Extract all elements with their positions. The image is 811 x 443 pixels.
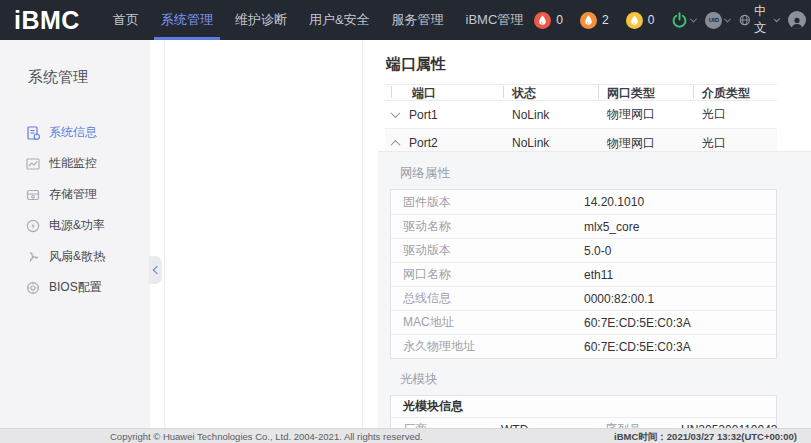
header-right-tools: 0 2 0 UID — [534, 3, 811, 37]
power-control[interactable] — [671, 12, 696, 29]
copyright-text: Copyright © Huawei Technologies Co., Ltd… — [110, 431, 423, 442]
port-media-type: 光口 — [693, 135, 777, 152]
minor-alarm-icon — [626, 12, 643, 29]
kv-label: 驱动名称 — [391, 218, 584, 235]
column-header-status: 状态 — [503, 85, 598, 102]
minor-alarm-count: 0 — [648, 13, 655, 27]
nav-service-management[interactable]: 服务管理 — [381, 0, 455, 40]
sidebar-item-label: 系统信息 — [49, 124, 97, 141]
power-circle-icon — [26, 219, 40, 233]
major-alarm-count: 2 — [602, 13, 609, 27]
network-properties-title: 网络属性 — [400, 165, 811, 182]
power-icon — [671, 12, 688, 29]
language-selector[interactable]: 中文 — [739, 3, 779, 37]
kv-label: 固件版本 — [391, 194, 584, 211]
critical-alarm-icon — [534, 12, 551, 29]
chevron-left-icon — [152, 266, 160, 274]
nav-home[interactable]: 首页 — [102, 0, 150, 40]
uid-control[interactable]: UID — [705, 12, 730, 29]
table-row-port1[interactable]: Port1 NoLink 物理网口 光口 — [385, 101, 777, 129]
kv-value: 60:7E:CD:5E:C0:3A — [584, 316, 776, 330]
alarm-major[interactable]: 2 — [580, 12, 609, 29]
sidebar-item-bios-config[interactable]: BIOS配置 — [0, 272, 150, 303]
ibmc-logo: iBMC — [14, 0, 80, 40]
chevron-down-icon[interactable] — [391, 108, 401, 118]
chevron-up-icon[interactable] — [391, 139, 401, 149]
gear-icon — [26, 281, 40, 295]
globe-icon — [739, 12, 751, 28]
kv-label: 驱动版本 — [391, 242, 584, 259]
user-menu[interactable] — [788, 11, 806, 29]
ibmc-time-label: iBMC时间： — [614, 431, 667, 442]
sidebar-item-label: 风扇&散热 — [49, 248, 105, 265]
table-row: 驱动名称 mlx5_core — [391, 214, 776, 238]
top-header: iBMC 首页 系统管理 维护诊断 用户&安全 服务管理 iBMC管理 0 2 — [0, 0, 811, 40]
chevron-down-icon — [724, 15, 731, 22]
kv-label: 永久物理地址 — [391, 338, 584, 355]
sidebar-item-storage-management[interactable]: 存储管理 — [0, 179, 150, 210]
serial-label: 序列号 — [593, 421, 681, 428]
chevron-down-icon — [690, 15, 697, 22]
language-label: 中文 — [754, 3, 772, 37]
chart-icon — [26, 157, 40, 171]
alarm-critical[interactable]: 0 — [534, 12, 563, 29]
kv-value: mlx5_core — [584, 220, 776, 234]
sidebar-item-power-wattage[interactable]: 电源&功率 — [0, 210, 150, 241]
alarm-minor[interactable]: 0 — [626, 12, 655, 29]
panel-divider — [164, 40, 165, 428]
nav-ibmc-management[interactable]: iBMC管理 — [455, 0, 535, 40]
kv-value: 60:7E:CD:5E:C0:3A — [584, 340, 776, 354]
column-header-media-type: 介质类型 — [693, 85, 777, 102]
port-table-header: 端口 状态 网口类型 介质类型 — [385, 84, 777, 101]
major-alarm-icon — [580, 12, 597, 29]
sidebar-item-fan-cooling[interactable]: 风扇&散热 — [0, 241, 150, 272]
table-row: 厂商 WTD 序列号 HN205200110043 — [391, 418, 776, 428]
port-name: Port1 — [409, 108, 438, 122]
table-row: 永久物理地址 60:7E:CD:5E:C0:3A — [391, 334, 776, 358]
sidebar-title: 系统管理 — [28, 68, 150, 87]
footer: Copyright © Huawei Technologies Co., Ltd… — [0, 428, 811, 443]
port-status: NoLink — [503, 136, 598, 150]
table-row: 总线信息 0000:82:00.1 — [391, 286, 776, 310]
table-row: 驱动版本 5.0-0 — [391, 238, 776, 262]
ibmc-time: iBMC时间：2021/03/27 13:32(UTC+00:00) — [614, 431, 797, 443]
storage-icon — [26, 188, 40, 202]
nav-system-management[interactable]: 系统管理 — [150, 0, 224, 40]
vendor-label: 厂商 — [391, 421, 501, 428]
port-table: 端口 状态 网口类型 介质类型 Port1 NoLink 物理网口 光口 Por… — [385, 84, 777, 157]
panel-divider — [362, 40, 363, 428]
kv-label: 总线信息 — [391, 290, 584, 307]
optical-module-section: 光模块 光模块信息 厂商 WTD 序列号 HN205200110043 — [378, 371, 811, 428]
port-properties-panel: 端口属性 端口 状态 网口类型 介质类型 Port1 NoLink 物理网口 光… — [378, 40, 811, 428]
optical-module-title: 光模块 — [400, 371, 811, 388]
table-row: MAC地址 60:7E:CD:5E:C0:3A — [391, 310, 776, 334]
nav-user-security[interactable]: 用户&安全 — [298, 0, 381, 40]
optical-module-table-header: 光模块信息 — [391, 396, 776, 418]
kv-label: MAC地址 — [391, 314, 584, 331]
critical-alarm-count: 0 — [556, 13, 563, 27]
column-header-net-type: 网口类型 — [598, 85, 693, 102]
kv-label: 网口名称 — [391, 266, 584, 283]
sidebar-item-label: BIOS配置 — [49, 279, 102, 296]
optical-module-table: 光模块信息 厂商 WTD 序列号 HN205200110043 — [390, 395, 777, 428]
sidebar-item-performance-monitor[interactable]: 性能监控 — [0, 148, 150, 179]
port-media-type: 光口 — [693, 106, 777, 123]
port-name: Port2 — [409, 136, 438, 150]
main-nav: 首页 系统管理 维护诊断 用户&安全 服务管理 iBMC管理 — [102, 0, 534, 40]
chevron-down-icon — [774, 15, 780, 21]
ibmc-page: iBMC 首页 系统管理 维护诊断 用户&安全 服务管理 iBMC管理 0 2 — [0, 0, 811, 443]
sidebar-item-label: 存储管理 — [49, 186, 97, 203]
table-row: 网口名称 eth11 — [391, 262, 776, 286]
uid-icon: UID — [705, 12, 722, 29]
port-net-type: 物理网口 — [598, 135, 693, 152]
sidebar: 系统管理 系统信息 性能监控 存储管理 电源&功率 风扇&散热 — [0, 40, 150, 428]
port-status: NoLink — [503, 108, 598, 122]
sidebar-item-system-info[interactable]: 系统信息 — [0, 117, 150, 148]
port-net-type: 物理网口 — [598, 106, 693, 123]
document-icon — [26, 126, 40, 140]
ibmc-time-value: 2021/03/27 13:32(UTC+00:00) — [667, 431, 797, 442]
nav-maintenance-diagnosis[interactable]: 维护诊断 — [224, 0, 298, 40]
column-header-port: 端口 — [385, 85, 503, 102]
sidebar-collapse-button[interactable] — [149, 256, 162, 284]
sidebar-item-label: 性能监控 — [49, 155, 97, 172]
